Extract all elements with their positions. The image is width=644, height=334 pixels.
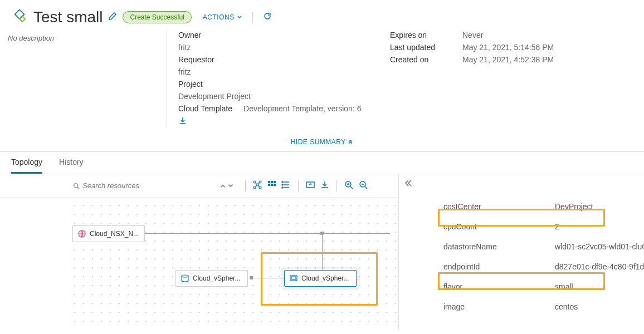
svg-point-12 bbox=[282, 181, 283, 183]
svg-rect-11 bbox=[274, 184, 276, 186]
node-label: Cloud_vSpher... bbox=[301, 274, 349, 282]
project-value: Development Project bbox=[178, 92, 390, 101]
connection-dot bbox=[250, 276, 253, 279]
node-vsphere-disk[interactable]: Cloud_vSpher... bbox=[175, 270, 248, 287]
updated-label: Last updated bbox=[390, 43, 446, 52]
prop-val: centos bbox=[555, 302, 644, 311]
download-icon[interactable] bbox=[178, 116, 390, 127]
svg-rect-7 bbox=[271, 181, 273, 183]
prop-val: 2 bbox=[555, 222, 644, 231]
description-column: No description bbox=[6, 31, 167, 127]
prop-key: endpointId bbox=[443, 262, 555, 271]
prop-row: datastoreNamewld01-sc2vc05-wld01-clu0 bbox=[443, 237, 644, 257]
project-label: Project bbox=[178, 80, 390, 89]
search-wrap bbox=[72, 179, 217, 192]
layout-list-icon[interactable] bbox=[280, 179, 292, 193]
svg-rect-8 bbox=[274, 181, 276, 183]
vm-icon bbox=[289, 274, 298, 283]
node-label: Cloud_NSX_N... bbox=[90, 230, 139, 238]
canvas-toolbar bbox=[0, 174, 398, 198]
zoom-out-icon[interactable] bbox=[357, 179, 369, 193]
prop-val: DevProject bbox=[555, 202, 644, 211]
node-label: Cloud_vSpher... bbox=[193, 274, 240, 282]
summary-section: No description Owner fritz Requestor fri… bbox=[0, 31, 644, 132]
expires-label: Expires on bbox=[390, 31, 446, 40]
divider bbox=[245, 180, 246, 191]
connection-dot bbox=[320, 232, 324, 235]
edit-icon[interactable] bbox=[108, 12, 117, 22]
canvas-area: Cloud_NSX_N... Cloud_vSpher... Cloud_vSp… bbox=[0, 174, 399, 330]
prop-key: flavor bbox=[443, 282, 555, 291]
prop-row: cpuCount2 bbox=[443, 217, 644, 237]
refresh-icon[interactable] bbox=[263, 12, 272, 22]
search-input[interactable] bbox=[80, 179, 169, 192]
disk-icon bbox=[180, 274, 189, 283]
chevron-down-icon bbox=[237, 14, 242, 20]
updated-value: May 21, 2021, 5:14:56 PM bbox=[462, 43, 554, 52]
prop-val: small bbox=[555, 282, 644, 291]
tab-history[interactable]: History bbox=[59, 152, 84, 174]
chevron-up-icon bbox=[219, 183, 226, 189]
created-label: Created on bbox=[390, 55, 446, 64]
properties-panel: costCenterDevProject cpuCount2 datastore… bbox=[399, 174, 644, 330]
fit-screen-icon[interactable] bbox=[304, 179, 316, 193]
status-badge: Create Successful bbox=[123, 11, 191, 23]
node-nsx[interactable]: Cloud_NSX_N... bbox=[72, 225, 145, 242]
layout-grid-icon[interactable] bbox=[266, 179, 278, 193]
search-icon bbox=[72, 182, 80, 190]
actions-button[interactable]: ACTIONS bbox=[203, 13, 242, 21]
requestor-label: Requestor bbox=[178, 55, 390, 64]
chevron-down-icon bbox=[227, 183, 234, 189]
properties-table: costCenterDevProject cpuCount2 datastore… bbox=[443, 197, 644, 317]
svg-point-13 bbox=[282, 184, 283, 185]
connection-line bbox=[251, 278, 284, 278]
network-icon bbox=[77, 229, 86, 238]
prop-key: datastoreName bbox=[443, 242, 555, 251]
svg-rect-21 bbox=[291, 277, 296, 279]
topology-canvas[interactable]: Cloud_NSX_N... Cloud_vSpher... Cloud_vSp… bbox=[67, 198, 398, 326]
prop-row: endpointIdd827e01c-df9e-4c80-9f1d bbox=[443, 257, 644, 277]
cloud-template-label: Cloud Template bbox=[178, 104, 232, 113]
hide-summary-button[interactable]: HIDE SUMMARY bbox=[0, 132, 644, 151]
chevron-up-icon bbox=[348, 140, 353, 145]
prop-val: wld01-sc2vc05-wld01-clu0 bbox=[555, 242, 644, 251]
svg-rect-9 bbox=[268, 184, 270, 186]
prop-key: costCenter bbox=[443, 202, 555, 211]
tab-topology[interactable]: Topology bbox=[11, 152, 42, 174]
divider bbox=[336, 180, 337, 191]
requestor-value: fritz bbox=[178, 67, 390, 76]
export-icon[interactable] bbox=[319, 179, 331, 193]
prop-key: cpuCount bbox=[443, 222, 555, 231]
cloud-template-value: Development Template, version: 6 bbox=[243, 104, 361, 113]
prop-val: d827e01c-df9e-4c80-9f1d bbox=[555, 262, 644, 271]
layout-graph-icon[interactable] bbox=[251, 179, 264, 193]
divider bbox=[298, 180, 299, 191]
zoom-in-icon[interactable] bbox=[343, 179, 355, 193]
expand-panel-icon[interactable] bbox=[403, 179, 412, 189]
connection-line bbox=[145, 233, 390, 234]
node-vsphere-vm[interactable]: Cloud_vSpher... bbox=[284, 270, 357, 287]
owner-value: fritz bbox=[178, 43, 390, 52]
owner-label: Owner bbox=[178, 31, 390, 40]
hide-summary-label: HIDE SUMMARY bbox=[291, 138, 346, 146]
page-header: Test small Create Successful ACTIONS bbox=[0, 0, 644, 31]
page-title: Test small bbox=[33, 8, 103, 26]
detail-column: Owner fritz Requestor fritz Project Deve… bbox=[167, 31, 633, 127]
divider bbox=[252, 12, 253, 23]
created-value: May 21, 2021, 4:52:38 PM bbox=[462, 55, 554, 64]
svg-point-14 bbox=[282, 187, 283, 188]
svg-point-19 bbox=[182, 275, 188, 277]
logo-icon bbox=[11, 8, 28, 26]
prop-key: image bbox=[443, 302, 555, 311]
tab-bar: Topology History bbox=[0, 151, 644, 174]
main-area: Cloud_NSX_N... Cloud_vSpher... Cloud_vSp… bbox=[0, 174, 644, 330]
actions-label: ACTIONS bbox=[203, 13, 235, 21]
svg-rect-15 bbox=[306, 182, 314, 188]
svg-rect-10 bbox=[271, 184, 273, 186]
svg-rect-6 bbox=[268, 181, 270, 183]
expires-value: Never bbox=[462, 31, 483, 40]
prop-row: costCenterDevProject bbox=[443, 197, 644, 217]
search-nav[interactable] bbox=[219, 183, 234, 189]
prop-row: imagecentos bbox=[443, 297, 644, 317]
svg-point-0 bbox=[74, 183, 78, 187]
